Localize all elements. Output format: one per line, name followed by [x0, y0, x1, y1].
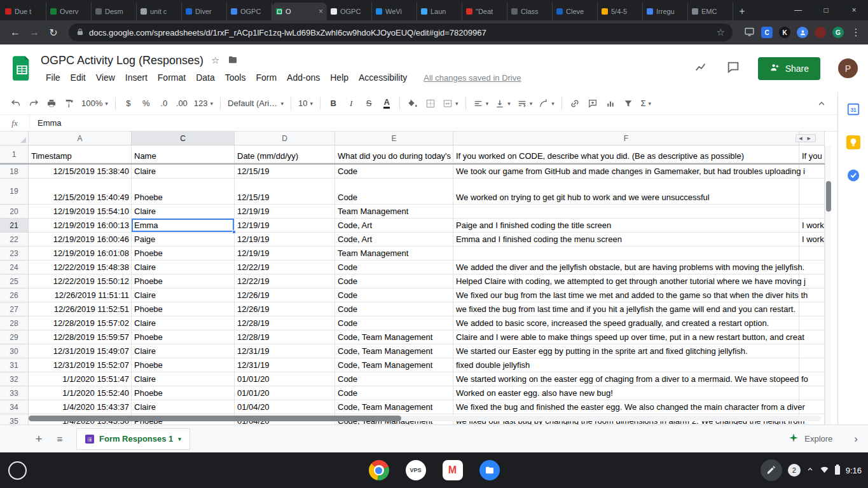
- gmail-icon[interactable]: M: [443, 460, 463, 480]
- cell[interactable]: 12/26/19: [235, 288, 335, 302]
- page-title[interactable]: OGPC Activity Log (Responses): [41, 54, 203, 67]
- format-percent-button[interactable]: %: [138, 95, 155, 112]
- cell[interactable]: Claire: [132, 261, 235, 274]
- sheet-bar-chevron-icon[interactable]: ›: [854, 433, 858, 445]
- cell[interactable]: 12/31/19: [235, 344, 335, 358]
- back-button[interactable]: ←: [6, 27, 24, 38]
- text-wrap-button[interactable]: [514, 95, 535, 112]
- cell[interactable]: we fixed the bug from last time and if y…: [453, 302, 799, 316]
- menu-file[interactable]: File: [41, 71, 65, 84]
- cell[interactable]: 12/15/19: [235, 179, 335, 205]
- text-color-button[interactable]: A: [378, 95, 395, 112]
- menu-view[interactable]: View: [91, 71, 120, 84]
- column-header-E[interactable]: E: [335, 132, 453, 146]
- url-text[interactable]: docs.google.com/spreadsheets/d/1rxF_rACp…: [89, 28, 712, 37]
- browser-tab[interactable]: Class: [507, 3, 553, 20]
- cell[interactable]: 1/1/2020 15:52:40: [29, 386, 132, 400]
- cell[interactable]: [799, 344, 825, 358]
- zoom-select[interactable]: 100%: [79, 95, 111, 112]
- menu-format[interactable]: Format: [153, 71, 191, 84]
- cell[interactable]: fixed double jellyfish: [453, 358, 799, 372]
- cell[interactable]: We added to basic score, increased the s…: [453, 316, 799, 330]
- menu-insert[interactable]: Insert: [120, 71, 153, 84]
- row-header[interactable]: 28: [0, 316, 29, 330]
- cell[interactable]: 12/26/2019 11:51:11: [29, 288, 132, 302]
- clock[interactable]: 9:16: [846, 466, 862, 475]
- print-button[interactable]: [43, 95, 60, 112]
- cell[interactable]: We fixed the bug and finished the easter…: [453, 400, 799, 414]
- cell[interactable]: Claire and I were able to make things sp…: [453, 330, 799, 344]
- cell[interactable]: 12/28/2019 15:59:57: [29, 330, 132, 344]
- undo-button[interactable]: [8, 95, 24, 112]
- cell[interactable]: Code: [335, 165, 453, 179]
- paint-format-button[interactable]: [61, 95, 78, 112]
- cell[interactable]: Paige and I finished coding the title sc…: [453, 219, 799, 233]
- browser-tab[interactable]: WeVi: [372, 3, 417, 20]
- cell[interactable]: We took our game from GitHub and made ch…: [453, 165, 799, 179]
- fill-handle[interactable]: [232, 230, 236, 234]
- cell[interactable]: Claire: [132, 288, 235, 302]
- header-cell[interactable]: What did you do during today's: [335, 146, 453, 163]
- cell[interactable]: [453, 205, 799, 219]
- browser-tab[interactable]: Overv: [46, 3, 92, 20]
- number-format-button[interactable]: 123: [191, 95, 216, 112]
- cell[interactable]: Code, Team Management: [335, 358, 453, 372]
- row-header[interactable]: 22: [0, 233, 29, 247]
- cell[interactable]: [799, 205, 825, 219]
- row-header[interactable]: 35: [0, 414, 29, 424]
- wifi-icon[interactable]: [820, 464, 829, 477]
- cell[interactable]: [799, 247, 825, 261]
- keep-icon[interactable]: [846, 135, 860, 149]
- notification-counter[interactable]: 2: [788, 464, 801, 477]
- row-header[interactable]: 1: [0, 146, 29, 163]
- row-header[interactable]: 34: [0, 400, 29, 414]
- cell[interactable]: 12/28/2019 15:57:02: [29, 316, 132, 330]
- explore-button[interactable]: Explore: [788, 432, 832, 445]
- cell[interactable]: Code: [335, 179, 453, 205]
- vertical-scrollbar-thumb[interactable]: [826, 181, 831, 212]
- vertical-align-button[interactable]: [492, 95, 513, 112]
- functions-button[interactable]: Σ: [638, 95, 654, 112]
- cell[interactable]: Code, Art: [335, 219, 453, 233]
- header-cell[interactable]: Timestamp: [29, 146, 132, 163]
- add-sheet-button[interactable]: +: [29, 432, 48, 446]
- cell[interactable]: 01/04/20: [235, 400, 335, 414]
- cell[interactable]: 12/19/2019 16:01:08: [29, 247, 132, 261]
- row-header[interactable]: 29: [0, 330, 29, 344]
- cell[interactable]: Code: [335, 274, 453, 288]
- tab-close-icon[interactable]: ×: [319, 7, 323, 16]
- browser-tab[interactable]: unit c: [137, 3, 182, 20]
- cell[interactable]: Claire: [132, 372, 235, 386]
- cell[interactable]: We started working on the easter egg of …: [453, 372, 799, 386]
- row-header[interactable]: 19: [0, 179, 29, 205]
- forward-button[interactable]: →: [25, 27, 43, 38]
- sheet-tab-menu-icon[interactable]: ▾: [178, 436, 181, 442]
- browser-tab[interactable]: Cleve: [553, 3, 598, 20]
- bold-button[interactable]: B: [325, 95, 341, 112]
- redo-button[interactable]: [25, 95, 42, 112]
- header-cell[interactable]: If you worked on CODE, describe what you…: [453, 146, 799, 163]
- cell[interactable]: 12/19/19: [235, 219, 335, 233]
- italic-button[interactable]: I: [343, 95, 359, 112]
- filter-button[interactable]: [620, 95, 637, 112]
- browser-menu-icon[interactable]: ⋮: [850, 27, 862, 38]
- row-header[interactable]: 20: [0, 205, 29, 219]
- insert-link-button[interactable]: [567, 95, 583, 112]
- browser-tab[interactable]: "Deat: [462, 3, 507, 20]
- cell[interactable]: [799, 386, 825, 400]
- cell[interactable]: 12/15/2019 15:40:49: [29, 179, 132, 205]
- header-cell[interactable]: Name: [132, 146, 235, 163]
- cell[interactable]: 1/4/2020 15:43:37: [29, 400, 132, 414]
- row-header[interactable]: 26: [0, 288, 29, 302]
- sheet-tab-form-responses[interactable]: Form Responses 1 ▾: [76, 428, 190, 450]
- cell[interactable]: 12/22/19: [235, 261, 335, 274]
- browser-tab[interactable]: Diver: [182, 3, 227, 20]
- cell[interactable]: Code: [335, 386, 453, 400]
- cell[interactable]: 12/31/2019 15:52:07: [29, 358, 132, 372]
- maximize-button[interactable]: □: [812, 6, 840, 15]
- menu-addons[interactable]: Add-ons: [282, 71, 325, 84]
- cell[interactable]: [799, 372, 825, 386]
- cell[interactable]: Code: [335, 261, 453, 274]
- cell[interactable]: Claire: [132, 316, 235, 330]
- cell[interactable]: [799, 179, 825, 205]
